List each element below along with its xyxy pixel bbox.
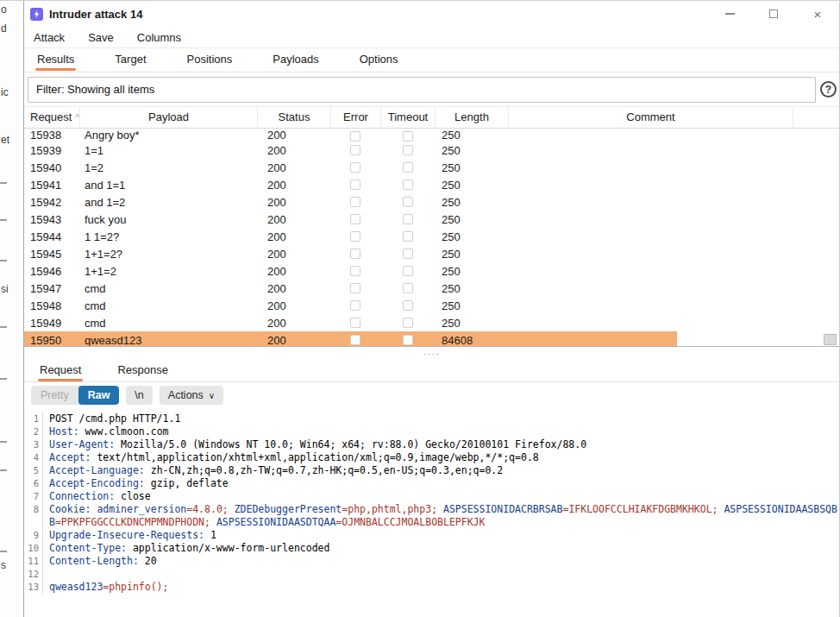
menu-save[interactable]: Save [88,31,114,44]
table-row[interactable]: 15942 and 1=2 200 250 [24,193,839,211]
column-header-payload[interactable]: Payload [79,107,257,128]
request-number: 15950 [24,334,79,347]
error-checkbox[interactable] [350,318,360,328]
filter-row: Filter: Showing all items ? [24,72,839,106]
timeout-checkbox[interactable] [403,283,413,293]
tab-positions[interactable]: Positions [185,48,235,72]
background-text-fragment: si [1,283,9,295]
timeout-checkbox[interactable] [403,231,413,242]
line-number: 3 [24,438,43,451]
table-row[interactable]: 15946 1+1=2 200 250 [24,262,839,280]
error-checkbox[interactable] [350,335,360,345]
error-checkbox[interactable] [350,214,360,224]
tab-options[interactable]: Options [358,48,400,72]
line-content: POST /cmd.php HTTP/1.1 [43,412,839,425]
timeout-checkbox[interactable] [403,266,413,276]
http-text: www.clmoon.com [79,425,169,438]
line-content [43,568,839,581]
table-row[interactable]: 15938 Angry boy* 200 250 [24,129,839,142]
actions-button[interactable]: Actions ∨ [160,386,223,405]
column-header-error[interactable]: Error [330,107,380,128]
table-row[interactable]: 15948 cmd 200 250 [24,297,839,314]
raw-button[interactable]: Raw [78,386,120,405]
request-line: 10 Content-Type: application/x-www-form-… [24,542,839,555]
table-row[interactable]: 15941 and 1=1 200 250 [24,176,839,193]
column-header-comment[interactable]: Comment [508,107,793,128]
menu-bar: Attack Save Columns [24,27,839,48]
length-value: 250 [435,248,508,261]
timeout-checkbox[interactable] [403,145,413,155]
timeout-checkbox[interactable] [403,318,413,328]
pretty-button[interactable]: Pretty [31,386,78,405]
menu-columns[interactable]: Columns [137,31,181,44]
table-row[interactable]: 15945 1+1=2? 200 250 [24,245,839,262]
error-checkbox[interactable] [350,300,360,311]
error-checkbox[interactable] [350,249,360,259]
request-number: 15949 [24,317,79,330]
table-row[interactable]: 15939 1=1 200 250 [24,142,839,159]
error-checkbox[interactable] [350,131,360,142]
tab-request[interactable]: Request [38,360,83,381]
request-number: 15946 [24,265,79,278]
message-pane: Request Response Pretty Raw \n Actions ∨… [24,359,839,617]
line-content: Accept: text/html,application/xhtml+xml,… [43,451,839,464]
close-button[interactable]: × [812,8,824,20]
payload-value: and 1=2 [79,196,257,209]
error-checkbox[interactable] [350,179,360,190]
filter-bar[interactable]: Filter: Showing all items [28,77,816,103]
timeout-checkbox[interactable] [403,197,413,207]
length-value: 250 [435,299,508,312]
request-editor[interactable]: 1 POST /cmd.php HTTP/1.1 2 Host: www.clm… [24,408,839,594]
edge-mark [0,219,7,221]
error-checkbox[interactable] [350,231,360,242]
pane-splitter[interactable]: ···· [24,346,839,360]
http-text: POST /cmd.php HTTP/1.1 [49,412,180,425]
table-row[interactable]: 15949 cmd 200 250 [24,314,839,331]
maximize-button[interactable] [768,8,780,20]
column-header-length[interactable]: Length [435,107,508,128]
newline-toggle-button[interactable]: \n [126,386,152,405]
tab-response[interactable]: Response [116,360,170,381]
timeout-checkbox[interactable] [403,335,413,345]
background-text-fragment: s [1,559,6,571]
length-value: 250 [435,213,508,226]
error-checkbox[interactable] [350,197,360,207]
request-number: 15948 [24,299,79,312]
table-row[interactable]: 15943 fuck you 200 250 [24,211,839,228]
help-icon[interactable]: ? [820,81,837,98]
request-line: 4 Accept: text/html,application/xhtml+xm… [24,451,839,464]
table-row[interactable]: 15947 cmd 200 250 [24,280,839,297]
error-checkbox[interactable] [350,266,360,276]
error-checkbox[interactable] [350,283,360,293]
column-header-status[interactable]: Status [257,107,330,128]
table-row[interactable]: 15940 1=2 200 250 [24,159,839,176]
column-header-timeout[interactable]: Timeout [380,107,435,128]
status-code: 200 [257,213,330,226]
menu-attack[interactable]: Attack [34,31,65,44]
column-header-request[interactable]: Request^ [24,107,79,128]
table-row[interactable]: 15944 1 1=2? 200 250 [24,228,839,245]
request-line: 3 User-Agent: Mozilla/5.0 (Windows NT 10… [24,438,839,451]
tab-target[interactable]: Target [113,48,147,72]
tab-payloads[interactable]: Payloads [271,48,320,72]
timeout-checkbox[interactable] [403,179,413,190]
error-checkbox[interactable] [350,162,360,173]
length-value: 250 [435,265,508,278]
timeout-checkbox[interactable] [403,162,413,173]
payload-value: fuck you [79,213,257,226]
vertical-scrollbar-thumb[interactable] [824,334,837,345]
http-text: text/html,application/xhtml+xml,applicat… [91,451,538,463]
request-line: 5 Accept-Language: zh-CN,zh;q=0.8,zh-TW;… [24,464,839,477]
http-name: Accept: [49,451,91,463]
payload-value: qweasd123 [79,334,257,347]
timeout-checkbox[interactable] [403,131,413,142]
timeout-checkbox[interactable] [403,249,413,259]
http-attr: adminer_version [97,503,186,515]
minimize-button[interactable] [724,8,736,20]
tab-results[interactable]: Results [35,48,76,72]
error-checkbox[interactable] [350,145,360,155]
line-content: Accept-Language: zh-CN,zh;q=0.8,zh-TW;q=… [43,464,839,477]
timeout-checkbox[interactable] [403,214,413,224]
line-content: Host: www.clmoon.com [43,425,839,438]
timeout-checkbox[interactable] [403,300,413,311]
